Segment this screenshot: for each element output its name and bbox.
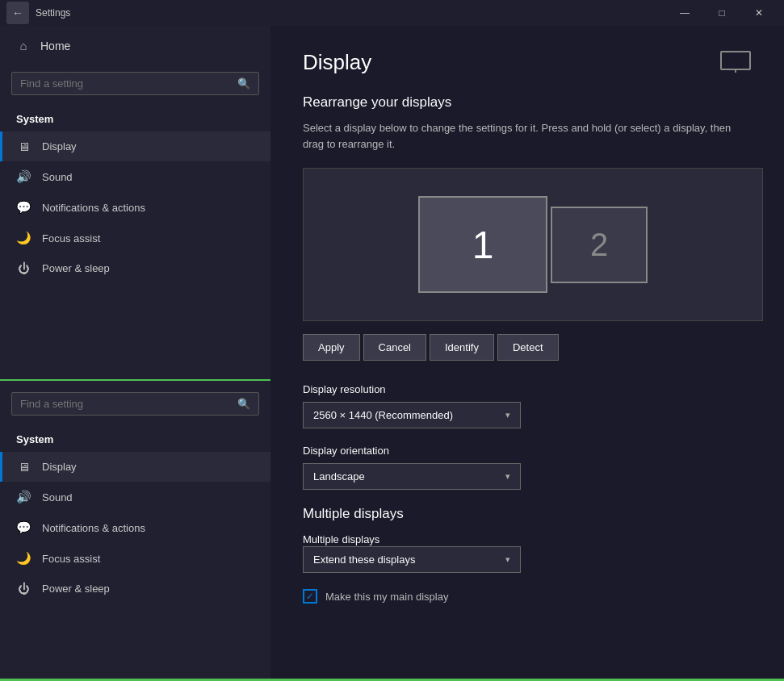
main-display-row[interactable]: ✓ Make this my main display xyxy=(303,589,752,604)
sidebar-item-sound-top[interactable]: 🔊 Sound xyxy=(0,161,270,192)
display-label-bottom: Display xyxy=(42,461,77,473)
search-box-top[interactable]: 🔍 xyxy=(11,72,259,95)
minimize-button[interactable]: — xyxy=(666,0,703,26)
page-title: Display xyxy=(303,50,752,75)
focus-icon-bottom: 🌙 xyxy=(16,551,31,566)
sidebar-item-focus-bottom[interactable]: 🌙 Focus assist xyxy=(0,543,270,574)
home-label: Home xyxy=(40,40,70,52)
sound-icon-top: 🔊 xyxy=(16,169,31,184)
content-inner: Display Rearrange your displays Select a… xyxy=(303,50,752,604)
monitor-icon xyxy=(719,50,752,73)
sound-label-top: Sound xyxy=(42,171,73,183)
minimize-icon: — xyxy=(680,7,690,19)
sidebar-item-notifications-top[interactable]: 💬 Notifications & actions xyxy=(0,192,270,223)
sidebar-item-power-top[interactable]: ⏻ Power & sleep xyxy=(0,253,270,283)
rearrange-description: Select a display below to change the set… xyxy=(303,120,752,152)
display-arrangement-area: 1 2 xyxy=(303,168,763,321)
display-icon-bottom: 🖥 xyxy=(16,460,31,474)
orientation-label: Display orientation xyxy=(303,445,752,457)
multiple-displays-arrow-icon: ▾ xyxy=(505,554,510,565)
power-icon-top: ⏻ xyxy=(16,261,31,275)
sound-icon-bottom: 🔊 xyxy=(16,490,31,504)
maximize-button[interactable]: □ xyxy=(703,0,740,26)
close-button[interactable]: ✕ xyxy=(740,0,778,26)
svg-rect-0 xyxy=(721,52,750,69)
power-label-bottom: Power & sleep xyxy=(42,583,110,595)
search-icon: 🔍 xyxy=(237,77,250,90)
sidebar-item-focus-top[interactable]: 🌙 Focus assist xyxy=(0,223,270,253)
identify-button[interactable]: Identify xyxy=(430,334,494,361)
multiple-displays-value: Extend these displays xyxy=(313,554,415,566)
sidebar: ⌂ Home 🔍 System 🖥 Display 🔊 Sound 💬 Noti… xyxy=(0,26,270,681)
notifications-icon-bottom: 💬 xyxy=(16,520,31,535)
cancel-button[interactable]: Cancel xyxy=(363,334,426,361)
sidebar-item-display-top[interactable]: 🖥 Display xyxy=(0,132,270,161)
monitor-icon-area xyxy=(719,50,752,76)
orientation-select[interactable]: Landscape ▾ xyxy=(303,463,521,490)
notifications-label-bottom: Notifications & actions xyxy=(42,522,145,534)
resolution-value: 2560 × 1440 (Recommended) xyxy=(313,409,453,421)
monitor-1[interactable]: 1 xyxy=(418,196,547,293)
sidebar-bottom: 🔍 System 🖥 Display 🔊 Sound 💬 Notificatio… xyxy=(0,381,270,681)
search-input-top[interactable] xyxy=(20,77,231,90)
display-action-buttons: Apply Cancel Identify Detect xyxy=(303,334,752,361)
home-icon: ⌂ xyxy=(16,39,31,52)
focus-icon-top: 🌙 xyxy=(16,231,31,245)
power-label-top: Power & sleep xyxy=(42,262,110,274)
sidebar-item-notifications-bottom[interactable]: 💬 Notifications & actions xyxy=(0,512,270,543)
close-icon: ✕ xyxy=(755,7,763,19)
resolution-label: Display resolution xyxy=(303,383,752,395)
title-bar: ← Settings — □ ✕ xyxy=(0,0,784,26)
detect-button[interactable]: Detect xyxy=(497,334,559,361)
power-icon-bottom: ⏻ xyxy=(16,582,31,595)
focus-label-top: Focus assist xyxy=(42,232,100,244)
main-display-checkbox[interactable]: ✓ xyxy=(303,589,317,604)
display-icon-top: 🖥 xyxy=(16,140,31,153)
monitor-2-label: 2 xyxy=(590,227,608,263)
maximize-icon: □ xyxy=(719,7,724,19)
system-section-title-bottom: System xyxy=(0,422,270,452)
back-button[interactable]: ← xyxy=(6,2,29,24)
notifications-icon-top: 💬 xyxy=(16,200,31,215)
resolution-select[interactable]: 2560 × 1440 (Recommended) ▾ xyxy=(303,402,521,428)
main-display-label: Make this my main display xyxy=(325,591,448,603)
search-icon-bottom: 🔍 xyxy=(237,398,250,410)
search-input-bottom[interactable] xyxy=(20,398,231,410)
sound-label-bottom: Sound xyxy=(42,491,73,503)
sidebar-top: ⌂ Home 🔍 System 🖥 Display 🔊 Sound 💬 Noti… xyxy=(0,26,270,381)
multiple-displays-select[interactable]: Extend these displays ▾ xyxy=(303,546,521,573)
orientation-value: Landscape xyxy=(313,470,365,483)
content-area: Display Rearrange your displays Select a… xyxy=(270,26,784,681)
window-controls: — □ ✕ xyxy=(666,0,778,26)
rearrange-heading: Rearrange your displays xyxy=(303,94,752,111)
monitor-1-label: 1 xyxy=(472,223,494,267)
resolution-arrow-icon: ▾ xyxy=(505,410,510,420)
app-window: ⌂ Home 🔍 System 🖥 Display 🔊 Sound 💬 Noti… xyxy=(0,26,784,681)
back-arrow-icon: ← xyxy=(12,6,23,19)
title-bar-left: ← Settings xyxy=(6,2,70,24)
search-box-bottom[interactable]: 🔍 xyxy=(11,392,259,416)
orientation-arrow-icon: ▾ xyxy=(505,471,510,482)
apply-button[interactable]: Apply xyxy=(303,334,360,361)
notifications-label-top: Notifications & actions xyxy=(42,202,145,214)
multiple-displays-label: Multiple displays xyxy=(303,533,379,545)
app-title: Settings xyxy=(36,7,70,19)
sidebar-item-sound-bottom[interactable]: 🔊 Sound xyxy=(0,482,270,512)
display-label-top: Display xyxy=(42,140,77,152)
sidebar-item-power-bottom[interactable]: ⏻ Power & sleep xyxy=(0,574,270,604)
multiple-displays-heading: Multiple displays xyxy=(303,506,752,522)
home-nav-item[interactable]: ⌂ Home xyxy=(0,26,270,65)
monitor-2[interactable]: 2 xyxy=(551,207,648,283)
sidebar-item-display-bottom[interactable]: 🖥 Display xyxy=(0,452,270,482)
focus-label-bottom: Focus assist xyxy=(42,553,100,565)
system-section-title-top: System xyxy=(0,102,270,132)
